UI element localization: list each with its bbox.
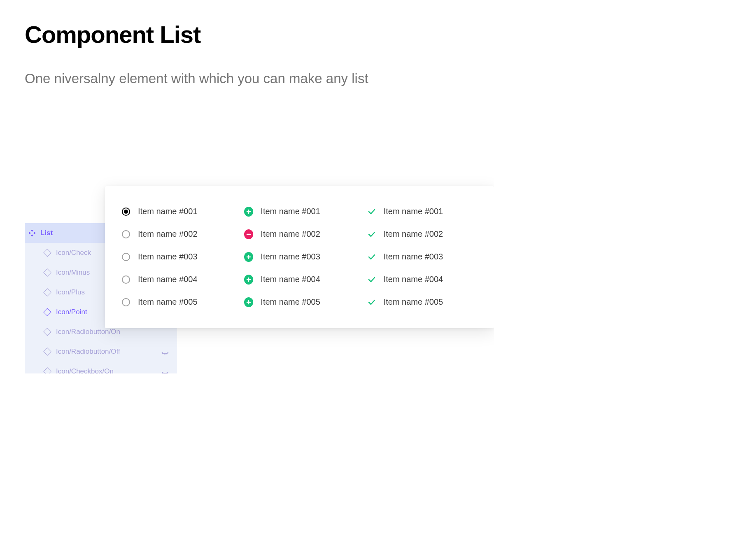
list-item[interactable]: Item name #004 — [367, 275, 478, 284]
list-item[interactable]: Item name #003 — [244, 252, 354, 261]
list-item[interactable]: Item name #002 — [121, 229, 232, 239]
svg-rect-1 — [29, 232, 31, 234]
plus-icon — [244, 275, 253, 284]
list-item[interactable]: Item name #002 — [244, 229, 354, 239]
hidden-icon — [161, 350, 169, 354]
list-item[interactable]: Item name #005 — [121, 297, 232, 307]
svg-line-5 — [164, 354, 165, 355]
plus-icon — [244, 207, 253, 216]
list-column-check: Item name #001 Item name #002 Item name … — [367, 207, 478, 307]
diamond-icon — [43, 328, 51, 336]
page-title: Component List — [25, 21, 469, 48]
example-card: Item name #001 Item name #002 Item name … — [105, 186, 494, 328]
svg-line-4 — [162, 353, 163, 355]
list-item[interactable]: Item name #001 — [121, 207, 232, 216]
diamond-icon — [43, 268, 51, 277]
list-item[interactable]: Item name #001 — [244, 207, 354, 216]
check-icon — [367, 252, 376, 261]
layer-label: Icon/Radiobutton/On — [56, 328, 120, 336]
check-icon — [367, 230, 376, 239]
radio-off-icon — [121, 252, 130, 261]
layers-root-label: List — [40, 229, 53, 237]
list-column-circle: Item name #001 Item name #002 Item name … — [244, 207, 354, 307]
item-label: Item name #003 — [138, 252, 198, 261]
layer-label: Icon/Point — [56, 308, 87, 316]
diamond-icon — [43, 308, 51, 316]
plus-icon — [244, 298, 253, 307]
svg-line-7 — [168, 353, 168, 355]
svg-line-11 — [168, 373, 168, 374]
svg-rect-0 — [31, 230, 33, 232]
list-item[interactable]: Item name #001 — [367, 207, 478, 216]
layer-label: Icon/Plus — [56, 288, 85, 296]
layer-item[interactable]: Icon/Checkbox/On — [25, 362, 177, 373]
svg-rect-3 — [31, 234, 33, 236]
list-item[interactable]: Item name #002 — [367, 229, 478, 239]
list-item[interactable]: Item name #003 — [121, 252, 232, 261]
item-label: Item name #001 — [138, 207, 198, 216]
item-label: Item name #002 — [261, 229, 320, 239]
layer-label: Icon/Radiobutton/Off — [56, 348, 120, 356]
item-label: Item name #003 — [384, 252, 443, 261]
item-label: Item name #002 — [384, 229, 443, 239]
layer-item[interactable]: Icon/Radiobutton/Off — [25, 342, 177, 362]
list-item[interactable]: Item name #003 — [367, 252, 478, 261]
diamond-icon — [43, 249, 51, 257]
item-label: Item name #001 — [384, 207, 443, 216]
radio-off-icon — [121, 298, 130, 307]
svg-line-6 — [166, 354, 166, 355]
check-icon — [367, 207, 376, 216]
list-item[interactable]: Item name #005 — [244, 297, 354, 307]
minus-icon — [244, 230, 253, 239]
list-item[interactable]: Item name #005 — [367, 297, 478, 307]
plus-icon — [244, 252, 253, 261]
header: Component List One niversalny element wi… — [0, 0, 494, 91]
svg-line-8 — [162, 373, 163, 374]
diamond-icon — [43, 348, 51, 356]
radio-off-icon — [121, 275, 130, 284]
item-label: Item name #004 — [384, 275, 443, 284]
item-label: Item name #005 — [138, 297, 198, 307]
list-item[interactable]: Item name #004 — [121, 275, 232, 284]
item-label: Item name #004 — [261, 275, 320, 284]
list-column-radio: Item name #001 Item name #002 Item name … — [121, 207, 232, 307]
check-icon — [367, 298, 376, 307]
radio-off-icon — [121, 230, 130, 239]
item-label: Item name #005 — [261, 297, 320, 307]
page-subtitle: One niversalny element with which you ca… — [25, 67, 469, 91]
hidden-icon — [161, 369, 169, 373]
item-label: Item name #001 — [261, 207, 320, 216]
list-item[interactable]: Item name #004 — [244, 275, 354, 284]
radio-on-icon — [121, 207, 130, 216]
item-label: Item name #003 — [261, 252, 320, 261]
check-icon — [367, 275, 376, 284]
layer-label: Icon/Checkbox/On — [56, 367, 114, 373]
component-icon — [29, 230, 35, 236]
layer-label: Icon/Check — [56, 249, 91, 257]
svg-rect-2 — [33, 232, 35, 234]
item-label: Item name #004 — [138, 275, 198, 284]
layer-label: Icon/Minus — [56, 268, 90, 277]
item-label: Item name #005 — [384, 297, 443, 307]
diamond-icon — [43, 288, 51, 296]
item-label: Item name #002 — [138, 229, 198, 239]
diamond-icon — [43, 367, 51, 373]
